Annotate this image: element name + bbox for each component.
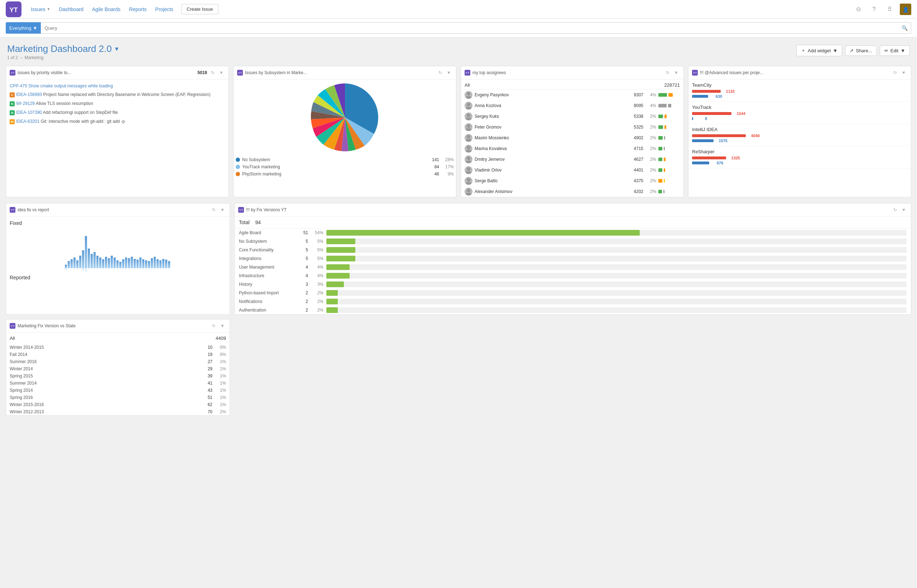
create-issue-button[interactable]: Create Issue [181,4,218,15]
svg-rect-72 [82,268,84,271]
widget-advanced-actions: ↻ ▼ [891,69,907,76]
svg-point-18 [467,135,470,139]
widget-marketing-state-expand-icon[interactable]: ▼ [219,322,226,330]
assignee-pct: 2% [645,178,656,183]
project-bar-1 [692,134,746,137]
assignee-bar [658,179,680,183]
share-button[interactable]: ↗ Share... [845,45,877,56]
fix-row-count: 5 [299,256,308,261]
search-input[interactable] [41,22,911,34]
add-widget-button[interactable]: ＋ Add widget ▼ [796,45,842,56]
widget-subsystem-refresh-icon[interactable]: ↻ [437,69,444,76]
fix-row-pct: 5% [311,239,323,244]
nav-dashboard[interactable]: Dashboard [55,4,87,15]
state-label: Winter 2014-2015 [10,345,199,350]
nav-help-icon[interactable]: ? [868,3,880,15]
widget-assignees-expand-icon[interactable]: ▼ [673,69,680,76]
nav-reports[interactable]: Reports [125,4,150,15]
list-item: Winter 2012-2013 70 2% [6,408,230,415]
assignees-total-row: All 228721 [461,79,683,89]
svg-rect-57 [131,257,133,268]
widget-advanced-refresh-icon[interactable]: ↻ [891,69,899,76]
widget-marketing-state-refresh-icon[interactable]: ↻ [210,322,217,330]
everything-button[interactable]: Everything ▼ [6,22,41,34]
nav-apps-icon[interactable]: ⠿ [884,3,896,15]
nav-issues[interactable]: Issues ▼ [27,4,54,15]
nav-agile-boards[interactable]: Agile Boards [89,4,124,15]
state-pct: 1% [215,359,226,364]
widget-marketing-state-header: YT Marketing Fix Version vs State ↻ ▼ [6,320,230,333]
assignee-avatar [464,177,472,185]
issue-link[interactable]: CPP-475 Show cmake output messages while… [10,84,113,89]
state-pct: 2% [215,409,226,414]
svg-text:👤: 👤 [902,7,909,13]
widget-fix-report-header: YT idea fix vs report ↻ ▼ [6,204,230,216]
widgets-row1: YT issues by priority visible to... 5019… [0,63,917,203]
dashboard-title[interactable]: Marketing Dashboard 2.0 ▼ [7,43,120,55]
project-bar-1 [692,90,721,93]
widget-fix-versions-expand-icon[interactable]: ▼ [900,206,907,213]
widget-fix-versions-refresh-icon[interactable]: ↻ [891,206,899,213]
widget-subsystem: YT Issues by Subsystem in Marke... ↻ ▼ [233,66,456,197]
assignee-pct: 2% [645,124,656,130]
widget-fix-report-refresh-icon[interactable]: ↻ [210,206,217,213]
assignee-avatar [464,155,472,163]
widget-advanced-logo: YT [692,70,698,76]
search-bar: Everything ▼ 🔍 [0,19,917,37]
dashboard-title-area: Marketing Dashboard 2.0 ▼ 1 of 2 → Marke… [7,43,120,60]
issue-link[interactable]: IDEA-63201 [16,119,39,124]
state-count: 70 [202,409,212,414]
svg-point-17 [465,128,472,131]
assignee-avatar [464,91,472,99]
navbar: YT Issues ▼ Dashboard Agile Boards Repor… [0,0,917,19]
list-item: M IDEA-63201 Git: interactive mode with … [10,119,225,124]
widget-fix-report-title: idea fix vs report [18,207,208,212]
state-pct: 1% [215,395,226,400]
fix-row-label: Python-based Import [239,291,296,296]
list-item: Peter Gromov 5325 2% [461,122,683,132]
widget-advanced-expand-icon[interactable]: ▼ [900,69,907,76]
widget-marketing-state: YT Marketing Fix Version vs State ↻ ▼ Al… [6,319,230,416]
fix-row-bar-wrap [326,307,907,313]
project-val-2: 8 [695,116,707,121]
widget-subsystem-expand-icon[interactable]: ▼ [445,69,453,76]
issue-link[interactable]: WI-29129 [16,101,35,106]
widget-issues-refresh-icon[interactable]: ↻ [209,69,216,76]
state-label: Spring 2014 [10,388,199,393]
assignee-name: Serge Baltic [475,178,627,183]
widget-assignees-logo: YT [464,70,470,76]
widget-fix-report-expand-icon[interactable]: ▼ [219,206,226,213]
svg-point-24 [467,167,470,171]
issue-link[interactable]: IDEA-107390 [16,110,42,115]
svg-point-10 [467,92,470,95]
marketing-state-list: Winter 2014-2015 10 0% Fall 2014 19 0% S… [6,344,230,415]
svg-rect-67 [159,260,162,268]
list-item: N IDEA-107390 Add refactoringi support o… [10,110,225,115]
fix-row-bar [326,307,338,313]
fix-row-count: 2 [299,299,308,304]
widget-fix-versions-header: YT !!! by Fix Versions YT ↻ ▼ [235,204,911,216]
fix-row-count: 51 [299,230,308,235]
nav-projects[interactable]: Projects [152,4,177,15]
list-item: Dmitry Jemerov 4627 2% [461,154,683,165]
widget-issues-expand-icon[interactable]: ▼ [218,69,225,76]
assignee-name: Alexander Anisimov [475,189,627,194]
widget-assignees-refresh-icon[interactable]: ↻ [664,69,671,76]
project-name: IntelliJ IDEA [692,127,907,132]
nav-notifications-icon[interactable]: ⊙ [852,3,864,15]
widget-assignees-body: All 228721 Evgeny Pasynkov 9307 4% Anna … [461,79,683,197]
dashboard-header: Marketing Dashboard 2.0 ▼ 1 of 2 → Marke… [0,37,917,63]
list-item: Winter 2014 29 1% [6,365,230,372]
user-avatar[interactable]: 👤 [900,3,911,15]
app-logo[interactable]: YT [6,2,21,17]
state-label: Winter 2012-2013 [10,409,199,414]
widget-marketing-state-title: Marketing Fix Version vs State [18,323,208,328]
state-count: 10 [202,345,212,350]
everything-dropdown-icon: ▼ [32,26,37,31]
issue-link[interactable]: IDEA-156993 [16,92,42,97]
fix-row-label: Core Functionality [239,247,296,252]
fix-row-label: Authentication [239,308,296,313]
widget-fix-report-logo: YT [10,207,15,213]
edit-button[interactable]: ✏ Edit ▼ [880,45,910,56]
svg-rect-58 [134,259,136,268]
